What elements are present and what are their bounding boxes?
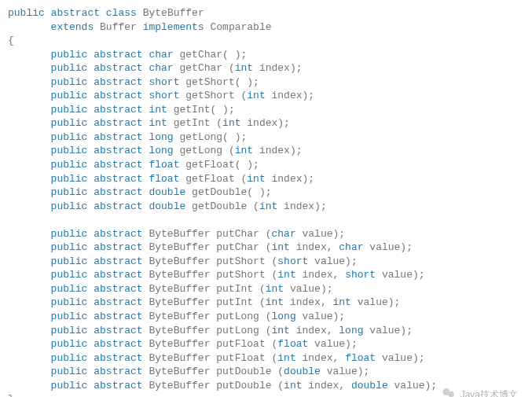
brace-close: } — [8, 393, 14, 397]
watermark: Java技术博文 — [442, 386, 518, 397]
keyword-class: class — [106, 7, 137, 19]
method-lines: public abstract char getChar( ); public … — [8, 49, 437, 391]
brace-open: { — [8, 35, 14, 46]
watermark-text: Java技术博文 — [460, 388, 518, 397]
keyword-extends: extends — [51, 21, 94, 33]
keyword-public: public — [8, 7, 45, 19]
super-class: Buffer — [100, 21, 137, 33]
code-block: public abstract class ByteBuffer extends… — [8, 6, 524, 397]
keyword-abstract: abstract — [51, 7, 100, 19]
interface-name: Comparable — [210, 21, 271, 33]
wechat-icon — [442, 386, 456, 397]
class-name: ByteBuffer — [143, 7, 204, 19]
keyword-implements: implements — [143, 21, 204, 33]
svg-point-1 — [448, 391, 454, 397]
